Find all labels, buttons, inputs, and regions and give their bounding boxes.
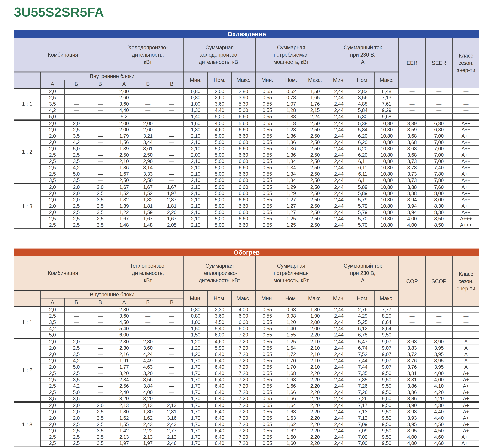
cell-cop: 3,93 [399,409,426,415]
cell-power-nom: 1,07 [279,101,303,107]
cell-total-cap-min: 2,10 [184,133,208,139]
cell-comb-b: 2,5 [64,152,88,158]
cell-total-cap-max: 6,60 [232,165,255,171]
cell-current-max: 9,50 [375,409,399,415]
header-unit-В: В [160,80,184,88]
cell-power-max: 2,20 [303,389,327,396]
cell-power-nom: 1,60 [279,434,303,440]
cell-power-nom: 1,28 [279,107,303,113]
cell-cap-a: 1,52 [112,190,136,197]
cell-comb-a: 2,0 [40,133,64,139]
cell-cop: — [399,306,426,313]
cell-current-nom: 5,89 [351,190,375,197]
cell-cap-a: 1,67 [112,184,136,190]
cell-power-nom: 1,34 [279,158,303,165]
cell-total-cap-max: 6,60 [232,133,255,139]
cell-comb-a: 2,5 [40,370,64,376]
table-row: 2,02,02,51,521,521,972,105,006,600,551,2… [14,190,479,197]
cell-comb-v: 2,5 [88,434,112,440]
cell-total-cap-min: 1,00 [184,319,208,325]
group-ratio-label: 1 : 3 [14,402,40,447]
cell-scop: — [425,313,452,319]
cell-cap-b: 3,20 [136,396,160,402]
header-nom: Ном. [351,290,375,306]
cell-comb-v: — [88,146,112,152]
header-nom: Ном. [208,290,232,306]
cell-current-max: 9,07 [375,338,399,345]
cell-total-cap-max: 6,00 [232,313,255,319]
cell-class: — [452,95,479,101]
cell-comb-a: 2,0 [40,364,64,370]
cell-eer: 4,00 [399,222,426,229]
cell-power-max: 2,50 [303,120,327,127]
cell-cap-a: 1,67 [112,216,136,222]
cell-total-cap-nom: 5,00 [208,158,232,165]
cell-cop: 3,68 [399,338,426,345]
table-row: 1 : 12,0——2,30——0,802,304,000,550,631,80… [14,306,479,313]
cell-power-max: 2,24 [303,113,327,120]
cell-power-nom: 1,27 [279,209,303,216]
cell-cap-a: 1,56 [112,139,136,146]
cell-cap-a: 3,60 [112,313,136,319]
cell-total-cap-min: 1,70 [184,421,208,428]
cell-power-min: 0,55 [255,133,279,139]
cell-current-min: 2,44 [327,325,351,332]
cell-scop: 3,90 [425,338,452,345]
cell-cap-b: 3,84 [136,383,160,389]
cell-comb-b: 2,0 [64,184,88,190]
cell-current-min: 2,44 [327,209,351,216]
cell-total-cap-max: 5,00 [232,107,255,113]
cell-power-min: 0,55 [255,190,279,197]
cell-class: A++ [452,203,479,209]
header-group-spacer [14,290,40,306]
cell-cap-v: 2,05 [160,222,184,229]
table-row: 2,02,52,51,552,432,431,706,407,200,551,6… [14,421,479,428]
cell-comb-a: 2,0 [40,421,64,428]
cell-current-min: 2,44 [327,146,351,152]
cell-comb-b: 2,5 [64,434,88,440]
header-indoor-units: Внутренние блоки [40,72,184,80]
group-ratio-label: 1 : 3 [14,184,40,228]
header-max: Макс. [232,290,255,306]
cell-total-cap-min: 2,10 [184,171,208,177]
cell-total-cap-max: 5,30 [232,101,255,107]
cell-current-min: 2,44 [327,184,351,190]
cell-cap-b: 1,80 [136,409,160,415]
cell-cap-v: — [160,101,184,107]
cell-current-min: 2,44 [327,107,351,113]
cell-comb-b: — [64,113,88,120]
cell-current-min: 2,44 [327,222,351,229]
cell-cap-b: — [136,88,160,95]
cell-comb-v: 2,5 [88,421,112,428]
cell-scop: 3,95 [425,345,452,351]
cell-comb-v: — [88,171,112,177]
cell-current-nom: 4,88 [351,101,375,107]
cell-cap-b: 2,50 [136,152,160,158]
cell-cap-v: — [160,383,184,389]
cell-total-cap-min: 1,70 [184,357,208,364]
cell-power-nom: 1,27 [279,203,303,209]
cell-scop: 4,60 [425,434,452,440]
cell-total-cap-min: 1,50 [184,332,208,338]
cell-seer: 7,00 [425,152,452,158]
cell-total-cap-max: 7,20 [232,389,255,396]
cell-total-cap-nom: 5,00 [208,133,232,139]
cell-power-max: 2,10 [303,345,327,351]
header-energy-class: Класс сезон. энер-ти [452,38,479,88]
cell-power-max: 1,50 [303,88,327,95]
cell-comb-a: 2,0 [40,428,64,434]
cell-class: A [452,351,479,357]
cell-cop: — [399,313,426,319]
table-row: 2,5——3,60——0,803,606,000,550,981,902,444… [14,313,479,319]
table-row: 5,0——6,00——1,506,007,200,551,552,202,446… [14,332,479,338]
cell-total-cap-nom: 6,00 [208,332,232,338]
header-nom: Ном. [279,290,303,306]
cell-power-max: 2,20 [303,396,327,402]
cell-power-max: 2,00 [303,319,327,325]
cell-total-cap-max: 6,60 [232,197,255,203]
cell-cap-a: 1,32 [112,197,136,203]
header-unit-Б: Б [64,80,88,88]
group-ratio-label: 1 : 2 [14,120,40,184]
cell-seer: 8,00 [425,190,452,197]
heating-table-section: Обогрев КомбинацияТеплопроизво- дительно… [14,249,479,448]
